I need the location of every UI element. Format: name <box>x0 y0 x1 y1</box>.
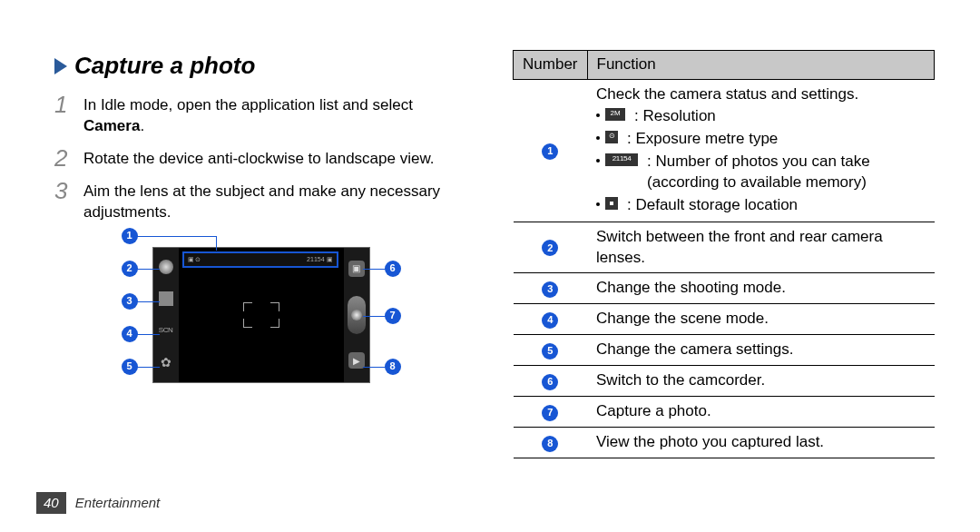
th-function: Function <box>587 51 934 80</box>
switch-camera-icon <box>159 260 173 274</box>
shutter-icon <box>348 296 366 334</box>
count-icon: 21154 <box>605 153 638 166</box>
callout-2: 2 <box>122 261 138 277</box>
table-row: 1Check the camera status and settings.2M… <box>514 79 935 222</box>
status-right: 21154 ▣ <box>307 255 332 263</box>
function-lead: Capture a photo. <box>596 401 925 422</box>
step: 3Aim the lens at the subject and make an… <box>54 179 467 223</box>
number-bubble: 4 <box>542 312 558 329</box>
function-lead: Change the shooting mode. <box>596 278 925 299</box>
bullet-text: : Number of photos you can take (accordi… <box>647 152 925 193</box>
table-row: 5Change the camera settings. <box>514 335 935 366</box>
right-column: Number Function 1Check the camera status… <box>513 50 935 458</box>
settings-icon: ✿ <box>159 355 173 369</box>
number-bubble: 8 <box>542 436 558 452</box>
number-bubble: 1 <box>542 143 558 160</box>
callout-4: 4 <box>122 326 138 342</box>
row-number-cell: 4 <box>514 304 587 335</box>
exposure-icon: ⊙ <box>605 131 618 143</box>
function-lead: Switch between the front and rear camera… <box>596 227 925 269</box>
status-left: ▣ ⊙ <box>188 255 201 263</box>
step: 1In Idle mode, open the application list… <box>54 93 467 137</box>
section-heading: Capture a photo <box>54 50 467 82</box>
mode-icon <box>159 291 173 306</box>
row-function-cell: Switch to the camcorder. <box>587 366 934 397</box>
bullet-text: : Exposure metre type <box>627 129 778 150</box>
focus-brackets-icon <box>243 302 279 328</box>
camera-screen: SCN ✿ ▣ ⊙ 21154 ▣ ▣ ▶ <box>152 247 370 383</box>
th-number: Number <box>514 51 587 80</box>
bullet-item: 21154 : Number of photos you can take (a… <box>596 151 925 194</box>
table-row: 7Capture a photo. <box>514 397 935 428</box>
left-column: Capture a photo 1In Idle mode, open the … <box>54 50 467 458</box>
function-lead: Change the scene mode. <box>596 309 925 330</box>
function-lead: Switch to the camcorder. <box>596 370 925 391</box>
function-bullets: 2M : Resolution⊙ : Exposure metre type21… <box>596 105 925 217</box>
row-number-cell: 2 <box>514 222 587 273</box>
row-number-cell: 8 <box>514 428 587 458</box>
step-number: 3 <box>54 179 71 223</box>
function-lead: Change the camera settings. <box>596 340 925 360</box>
bullet-text: : Resolution <box>634 106 716 127</box>
step: 2Rotate the device anti-clockwise to lan… <box>54 146 467 170</box>
function-table: Number Function 1Check the camera status… <box>513 50 935 458</box>
chevron-icon <box>54 58 67 74</box>
table-row: 2Switch between the front and rear camer… <box>514 222 935 273</box>
number-bubble: 6 <box>542 374 558 390</box>
row-function-cell: Change the shooting mode. <box>587 273 934 304</box>
callout-1: 1 <box>122 228 138 244</box>
bullet-item: : Default storage location <box>596 194 925 217</box>
heading-text: Capture a photo <box>74 50 255 82</box>
camera-diagram: SCN ✿ ▣ ⊙ 21154 ▣ ▣ ▶ <box>54 236 467 395</box>
bullet-text: : Default storage location <box>627 195 798 216</box>
number-bubble: 2 <box>542 240 558 256</box>
page-number: 40 <box>36 492 66 514</box>
step-number: 1 <box>54 93 71 137</box>
function-lead: Check the camera status and settings. <box>596 84 925 105</box>
page: Capture a photo 1In Idle mode, open the … <box>0 0 980 458</box>
scene-icon: SCN <box>159 323 173 338</box>
resolution-icon: 2M <box>605 108 625 121</box>
storage-icon <box>605 197 618 210</box>
table-row: 8View the photo you captured last. <box>514 428 935 458</box>
status-bar: ▣ ⊙ 21154 ▣ <box>182 251 338 268</box>
steps-list: 1In Idle mode, open the application list… <box>54 93 467 223</box>
step-number: 2 <box>54 146 71 170</box>
callout-3: 3 <box>122 293 138 310</box>
bullet-item: 2M : Resolution <box>596 105 925 128</box>
row-function-cell: Switch between the front and rear camera… <box>587 222 934 273</box>
row-function-cell: View the photo you captured last. <box>587 428 934 458</box>
section-name: Entertainment <box>75 495 160 510</box>
row-function-cell: Change the scene mode. <box>587 304 934 335</box>
table-row: 4Change the scene mode. <box>514 304 935 335</box>
page-footer: 40 Entertainment <box>36 492 160 514</box>
number-bubble: 5 <box>542 343 558 360</box>
row-number-cell: 3 <box>514 273 587 304</box>
row-function-cell: Check the camera status and settings.2M … <box>587 79 934 222</box>
step-text: Aim the lens at the subject and make any… <box>83 179 467 223</box>
row-number-cell: 1 <box>514 79 587 222</box>
row-number-cell: 7 <box>514 397 587 428</box>
table-row: 6Switch to the camcorder. <box>514 366 935 397</box>
callout-8: 8 <box>385 359 401 375</box>
bullet-item: ⊙ : Exposure metre type <box>596 128 925 151</box>
row-number-cell: 5 <box>514 335 587 366</box>
callout-5: 5 <box>122 359 138 375</box>
step-text: Rotate the device anti-clockwise to land… <box>83 146 434 170</box>
row-number-cell: 6 <box>514 366 587 397</box>
function-lead: View the photo you captured last. <box>596 432 925 453</box>
callout-7: 7 <box>385 308 401 324</box>
step-text: In Idle mode, open the application list … <box>83 93 467 137</box>
row-function-cell: Change the camera settings. <box>587 335 934 366</box>
number-bubble: 3 <box>542 281 558 298</box>
table-row: 3Change the shooting mode. <box>514 273 935 304</box>
row-function-cell: Capture a photo. <box>587 397 934 428</box>
callout-6: 6 <box>385 261 401 277</box>
number-bubble: 7 <box>542 405 558 421</box>
